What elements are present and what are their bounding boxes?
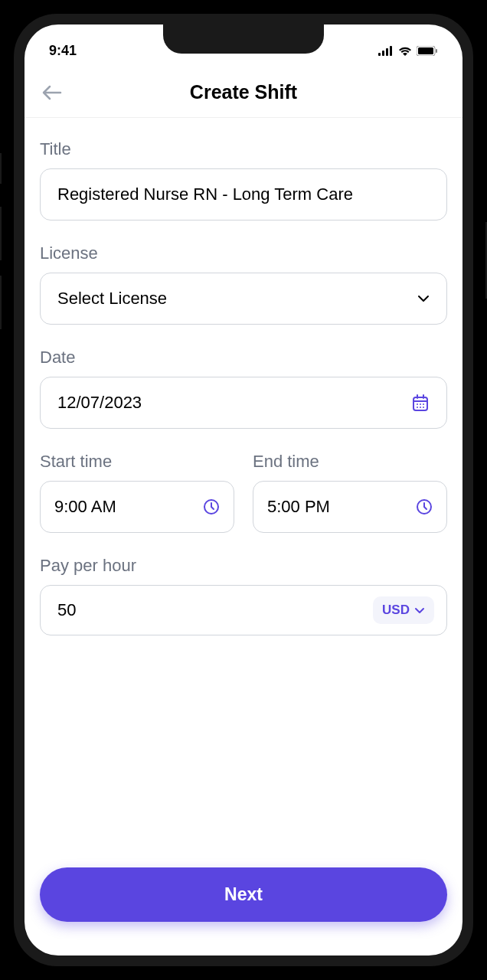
header: Create Shift (25, 67, 462, 118)
date-input-value: 12/07/2023 (57, 393, 142, 413)
end-time-value: 5:00 PM (267, 497, 330, 517)
chevron-down-icon (417, 295, 430, 302)
battery-icon (417, 46, 438, 56)
page-title: Create Shift (40, 81, 447, 103)
svg-point-14 (417, 407, 418, 408)
start-time-label: Start time (40, 452, 234, 472)
svg-point-12 (420, 403, 421, 405)
svg-point-16 (423, 407, 424, 408)
next-button[interactable]: Next (40, 867, 447, 922)
clock-icon (203, 498, 220, 515)
status-time: 9:41 (49, 43, 77, 59)
license-label: License (40, 243, 447, 263)
phone-frame: 9:41 (0, 0, 487, 980)
time-row: Start time 9:00 AM End t (40, 452, 447, 533)
svg-point-13 (423, 403, 424, 405)
license-placeholder: Select License (57, 289, 167, 309)
title-input[interactable]: Registered Nurse RN - Long Term Care (40, 168, 447, 220)
title-label: Title (40, 139, 447, 159)
volume-up-button (0, 207, 2, 260)
notch (163, 24, 324, 54)
svg-point-11 (417, 403, 418, 405)
svg-rect-5 (418, 47, 433, 54)
end-time-input[interactable]: 5:00 PM (253, 481, 447, 533)
arrow-left-icon (42, 85, 62, 100)
chevron-down-icon (414, 607, 425, 614)
phone-body: 9:41 (14, 14, 473, 966)
cellular-signal-icon (378, 46, 394, 56)
svg-rect-0 (378, 53, 381, 56)
pay-value: 50 (57, 600, 76, 620)
currency-select[interactable]: USD (373, 596, 434, 624)
currency-label: USD (382, 603, 410, 618)
form-content: Title Registered Nurse RN - Long Term Ca… (25, 118, 462, 858)
start-time-field-group: Start time 9:00 AM (40, 452, 234, 533)
svg-point-15 (420, 407, 421, 408)
footer: Next (25, 858, 462, 956)
date-label: Date (40, 348, 447, 368)
svg-rect-3 (390, 46, 392, 56)
end-time-label: End time (253, 452, 447, 472)
license-field-group: License Select License (40, 243, 447, 325)
svg-rect-2 (386, 48, 388, 56)
screen: 9:41 (25, 24, 462, 956)
svg-rect-1 (382, 51, 384, 56)
title-field-group: Title Registered Nurse RN - Long Term Ca… (40, 139, 447, 220)
start-time-input[interactable]: 9:00 AM (40, 481, 234, 533)
volume-down-button (0, 276, 2, 329)
clock-icon (416, 498, 433, 515)
back-button[interactable] (40, 80, 64, 105)
svg-rect-6 (436, 49, 437, 53)
pay-field-group: Pay per hour 50 USD (40, 556, 447, 635)
start-time-value: 9:00 AM (54, 497, 116, 517)
date-field-group: Date 12/07/2023 (40, 348, 447, 429)
pay-label: Pay per hour (40, 556, 447, 576)
calendar-icon (411, 394, 430, 412)
status-icons (378, 46, 438, 56)
wifi-icon (398, 46, 412, 56)
title-input-value: Registered Nurse RN - Long Term Care (57, 185, 353, 204)
end-time-field-group: End time 5:00 PM (253, 452, 447, 533)
side-button (0, 153, 2, 184)
pay-input[interactable]: 50 USD (40, 585, 447, 635)
date-input[interactable]: 12/07/2023 (40, 377, 447, 429)
license-select[interactable]: Select License (40, 273, 447, 325)
